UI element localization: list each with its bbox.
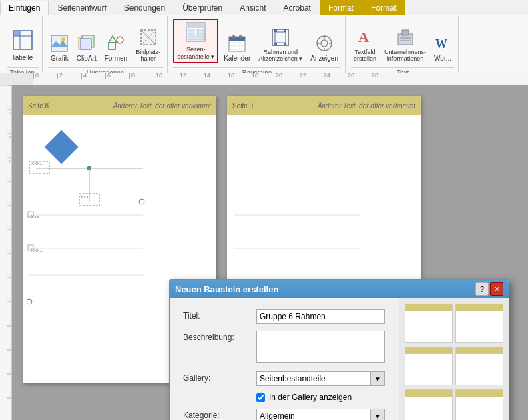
thumb-5 — [405, 389, 453, 420]
tab-format-2[interactable]: Format — [362, 0, 405, 15]
kalender-icon — [228, 35, 246, 55]
textfeld-icon: A — [356, 29, 374, 49]
btn-formen[interactable]: Formen — [102, 33, 130, 63]
formen-icon — [107, 35, 125, 55]
ruler-mark-14: 14 — [202, 73, 226, 79]
ruler-vertical: 2 4 6 — [0, 85, 12, 420]
textfeld-label: Textfelderstellen — [354, 49, 376, 62]
form-label-kategorie: Kategorie: — [183, 409, 256, 420]
svg-point-37 — [321, 40, 328, 47]
thumb-1-header — [405, 304, 452, 311]
thumb-3 — [405, 347, 453, 385]
tab-sendungen[interactable]: Sendungen — [115, 0, 174, 15]
clipart-label: ClipArt — [77, 55, 97, 62]
group-tabellen-items: Tabelle — [9, 16, 36, 66]
select-kategorie[interactable]: Allgemein — [256, 409, 385, 420]
btn-bildplatzhalter[interactable]: Bildplatz-halter — [133, 27, 163, 63]
seitenbestandteile-label: Seiten-bestandteile ▾ — [177, 46, 214, 61]
svg-rect-3 — [13, 31, 20, 36]
thumb-6-header — [456, 390, 503, 397]
ruler-mark-24: 24 — [322, 73, 346, 79]
checkbox-row-gallery: In der Gallery anzeigen — [256, 393, 385, 402]
page-8-label: Seite 8 — [28, 102, 49, 110]
checkbox-label-gallery: In der Gallery anzeigen — [269, 393, 352, 402]
group-text-items: A Textfelderstellen Unternehme — [351, 16, 454, 66]
dialog-thumbnail-panel — [399, 298, 509, 420]
group-bausteine-items: Seiten-bestandteile ▾ — [173, 16, 341, 66]
svg-rect-17 — [186, 23, 205, 28]
form-row-kategorie: Kategorie: Allgemein ▼ — [183, 409, 385, 420]
thumb-1-text — [405, 311, 452, 314]
ribbon-content: Tabelle Tabellen Grafik — [0, 15, 528, 79]
thumb-4 — [455, 347, 503, 385]
svg-point-11 — [117, 37, 123, 43]
ruler-mark-4: 4 — [81, 73, 105, 79]
tabelle-label: Tabelle — [12, 54, 33, 62]
tab-uberprüfen[interactable]: Überprüfen — [174, 0, 231, 15]
thumb-6 — [455, 389, 503, 420]
btn-kalender[interactable]: Kalender — [221, 33, 253, 63]
tab-ansicht[interactable]: Ansicht — [231, 0, 274, 15]
svg-point-77 — [139, 199, 144, 204]
form-row-beschreibung: Beschreibung: — [183, 331, 385, 365]
form-control-kategorie: Allgemein ▼ — [256, 409, 385, 420]
form-control-titel — [256, 309, 385, 324]
ruler-mark-18: 18 — [250, 73, 274, 79]
dialog-help-button[interactable]: ? — [475, 282, 489, 296]
svg-text:W: W — [435, 37, 447, 51]
unternehmensinfo-label: Unternehmens-informationen — [384, 49, 426, 62]
content-area: Seite 8 Änderer Text, der öfter vorkommt — [12, 85, 528, 420]
group-illustrationen: Grafik ClipArt — [44, 16, 168, 78]
bildplatzhalter-icon — [140, 29, 157, 49]
svg-point-78 — [27, 299, 32, 304]
btn-grafik[interactable]: Grafik — [48, 33, 71, 63]
tab-acrobat[interactable]: Acrobat — [275, 0, 320, 15]
btn-rahmen[interactable]: Rahmen undAkzentzeichen ▾ — [256, 27, 305, 63]
ruler-mark-8: 8 — [129, 73, 154, 79]
page-8-subtext: Änderer Text, der öfter vorkommt — [113, 102, 211, 110]
tab-seitenentwurf[interactable]: Seitenentwurf — [49, 0, 115, 15]
btn-seitenbestandteile[interactable]: Seiten-bestandteile ▾ — [173, 19, 218, 63]
select-wrapper-kategorie: Allgemein ▼ — [256, 409, 385, 420]
ruler-horizontal: 0 2 4 6 8 10 12 14 16 18 20 22 24 26 28 — [0, 73, 528, 85]
page-8-label-1: Xxx... — [31, 160, 44, 166]
btn-anzeigen[interactable]: Anzeigen — [308, 33, 341, 63]
svg-rect-9 — [81, 39, 91, 49]
tabelle-icon — [12, 29, 33, 54]
svg-text:2: 2 — [7, 111, 12, 114]
page-8-label-3: Xxx... — [31, 214, 44, 220]
group-tabellen: Tabelle Tabellen — [3, 16, 43, 78]
btn-unternehmensinfo[interactable]: Unternehmens-informationen — [382, 27, 429, 63]
svg-rect-44 — [402, 30, 409, 35]
textarea-beschreibung[interactable] — [256, 331, 385, 363]
btn-tabelle[interactable]: Tabelle — [9, 28, 36, 63]
svg-rect-28 — [232, 35, 235, 38]
thumb-row-3 — [405, 389, 503, 420]
btn-textfeld[interactable]: A Textfelderstellen — [351, 27, 379, 63]
form-control-beschreibung — [256, 331, 385, 365]
tab-einfugen[interactable]: Einfügen — [0, 1, 49, 15]
form-row-checkbox: In der Gallery anzeigen — [183, 393, 385, 402]
svg-rect-10 — [109, 43, 115, 49]
svg-rect-33 — [284, 29, 286, 32]
form-row-gallery: Gallery: Seitenbestandteile ▼ — [183, 371, 385, 386]
tab-format-1[interactable]: Format — [320, 0, 362, 15]
ruler-corner — [0, 73, 33, 85]
svg-rect-34 — [274, 43, 277, 45]
kalender-label: Kalender — [224, 55, 250, 62]
dialog-close-button[interactable]: ✕ — [490, 282, 503, 296]
input-titel[interactable] — [256, 309, 385, 324]
dialog-neuen-baustein: Neuen Baustein erstellen ? ✕ Titel: — [169, 279, 509, 420]
unternehmensinfo-icon — [397, 29, 414, 49]
svg-point-6 — [61, 37, 65, 41]
ruler-mark-6: 6 — [105, 73, 129, 79]
dialog-body-wrapper: Titel: Beschreibung: Galle — [170, 298, 509, 420]
page-9-label: Seite 9 — [232, 102, 253, 110]
page-8-content: Xxx... Xxx... Xxx... Xxx... — [23, 115, 216, 131]
select-gallery[interactable]: Seitenbestandteile — [256, 371, 385, 386]
svg-rect-29 — [239, 35, 242, 38]
btn-wor[interactable]: W Wor... — [431, 33, 454, 63]
btn-clipart[interactable]: ClipArt — [74, 33, 99, 63]
checkbox-gallery-anzeigen[interactable] — [256, 393, 265, 402]
page-9-header: Seite 9 Änderer Text, der öfter vorkommt — [227, 96, 421, 115]
